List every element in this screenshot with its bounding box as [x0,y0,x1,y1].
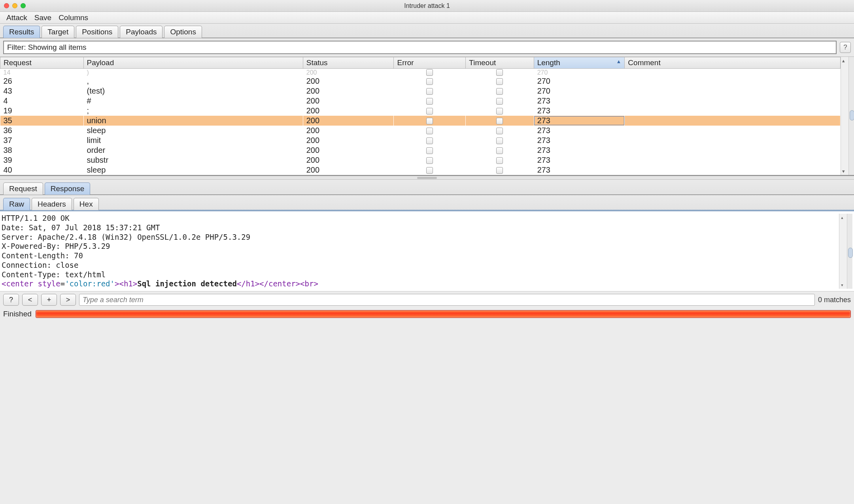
status-bar: Finished [0,308,854,321]
menu-attack[interactable]: Attack [4,13,30,23]
tab-positions[interactable]: Positions [76,26,118,38]
checkbox-icon[interactable] [496,137,503,144]
response-resize-handle[interactable] [847,214,852,289]
filter-help-button[interactable]: ? [840,42,851,53]
checkbox-icon[interactable] [496,118,503,124]
window-controls [4,3,26,8]
cell-length: 273 [534,126,625,135]
table-row[interactable]: 14)200270 [0,69,841,77]
checkbox-icon[interactable] [426,167,433,174]
col-payload[interactable]: Payload [83,57,303,69]
scroll-up-icon[interactable]: ▴ [842,58,845,64]
cell-request: 35 [0,116,84,126]
search-prev-button[interactable]: < [22,294,38,306]
results-table-wrap: Request Payload Status Error Timeout Len… [0,56,854,176]
menubar: Attack Save Columns [0,12,854,24]
checkbox-icon[interactable] [426,157,433,164]
table-row[interactable]: 38order200273 [0,145,841,155]
checkbox-icon[interactable] [496,78,503,85]
status-label: Finished [3,310,32,318]
col-length-label: Length [537,58,560,67]
col-length[interactable]: Length ▲ [534,57,625,69]
cell-payload: # [83,96,303,106]
cell-status: 200 [303,86,394,96]
tab-results[interactable]: Results [3,26,40,38]
checkbox-icon[interactable] [426,137,433,144]
checkbox-icon[interactable] [496,88,503,95]
tab-target[interactable]: Target [42,26,74,38]
filter-bar: Filter: Showing all items ? [0,38,854,56]
table-resize-handle[interactable] [848,57,854,175]
pane-splitter[interactable] [0,176,854,180]
cell-length: 273 [534,155,625,165]
checkbox-icon[interactable] [426,128,433,134]
scroll-down-icon[interactable]: ▾ [841,282,844,288]
checkbox-icon[interactable] [426,78,433,85]
checkbox-icon[interactable] [426,118,433,124]
results-table[interactable]: Request Payload Status Error Timeout Len… [0,57,841,175]
search-add-button[interactable]: + [41,294,57,306]
tab-payloads[interactable]: Payloads [120,26,162,38]
cell-timeout [466,145,534,155]
cell-error [394,96,466,106]
zoom-window-button[interactable] [21,3,26,8]
tab-headers[interactable]: Headers [32,198,72,210]
filter-box[interactable]: Filter: Showing all items [3,41,837,54]
checkbox-icon[interactable] [426,88,433,95]
cell-status: 200 [303,116,394,126]
table-row[interactable]: 26,200270 [0,76,841,86]
cell-comment [625,135,841,145]
table-row[interactable]: 39substr200273 [0,155,841,165]
col-comment[interactable]: Comment [625,57,841,69]
search-next-button[interactable]: > [60,294,76,306]
response-scrollbar[interactable]: ▴ ▾ [839,214,847,289]
cell-length: 270 [534,86,625,96]
table-row[interactable]: 19;200273 [0,106,841,116]
checkbox-icon[interactable] [496,128,503,134]
table-row[interactable]: 36sleep200273 [0,126,841,135]
sort-asc-icon: ▲ [616,58,621,64]
cell-error [394,106,466,116]
table-scrollbar[interactable]: ▴ ▾ [841,57,848,175]
cell-payload: substr [83,155,303,165]
col-timeout[interactable]: Timeout [466,57,534,69]
response-raw-view[interactable]: HTTP/1.1 200 OKDate: Sat, 07 Jul 2018 15… [0,211,854,291]
col-status[interactable]: Status [303,57,394,69]
cell-status: 200 [303,106,394,116]
cell-payload: sleep [83,165,303,175]
col-error[interactable]: Error [394,57,466,69]
cell-payload: (test) [83,86,303,96]
menu-save[interactable]: Save [32,13,54,23]
cell-timeout [466,76,534,86]
cell-error [394,126,466,135]
minimize-window-button[interactable] [12,3,17,8]
tab-raw[interactable]: Raw [3,198,30,210]
table-row[interactable]: 43(test)200270 [0,86,841,96]
checkbox-icon[interactable] [426,98,433,105]
table-row[interactable]: 4#200273 [0,96,841,106]
checkbox-icon[interactable] [496,167,503,174]
close-window-button[interactable] [4,3,9,8]
checkbox-icon[interactable] [426,108,433,115]
tab-response[interactable]: Response [45,182,91,195]
scroll-down-icon[interactable]: ▾ [842,168,845,174]
menu-columns[interactable]: Columns [56,13,91,23]
checkbox-icon[interactable] [496,108,503,115]
table-row[interactable]: 40sleep200273 [0,165,841,175]
search-input[interactable] [79,294,815,306]
checkbox-icon[interactable] [496,147,503,154]
checkbox-icon[interactable] [426,147,433,154]
cell-length: 270 [534,76,625,86]
table-row[interactable]: 37limit200273 [0,135,841,145]
tab-request[interactable]: Request [3,182,43,195]
table-row[interactable]: 35union200273 [0,116,841,126]
checkbox-icon[interactable] [496,98,503,105]
scroll-up-icon[interactable]: ▴ [841,214,844,220]
search-help-button[interactable]: ? [3,294,19,306]
tab-options[interactable]: Options [164,26,202,38]
tab-hex[interactable]: Hex [74,198,99,210]
col-request[interactable]: Request [0,57,84,69]
response-text[interactable]: HTTP/1.1 200 OKDate: Sat, 07 Jul 2018 15… [2,214,839,289]
checkbox-icon[interactable] [496,157,503,164]
window-title: Intruder attack 1 [404,2,450,9]
